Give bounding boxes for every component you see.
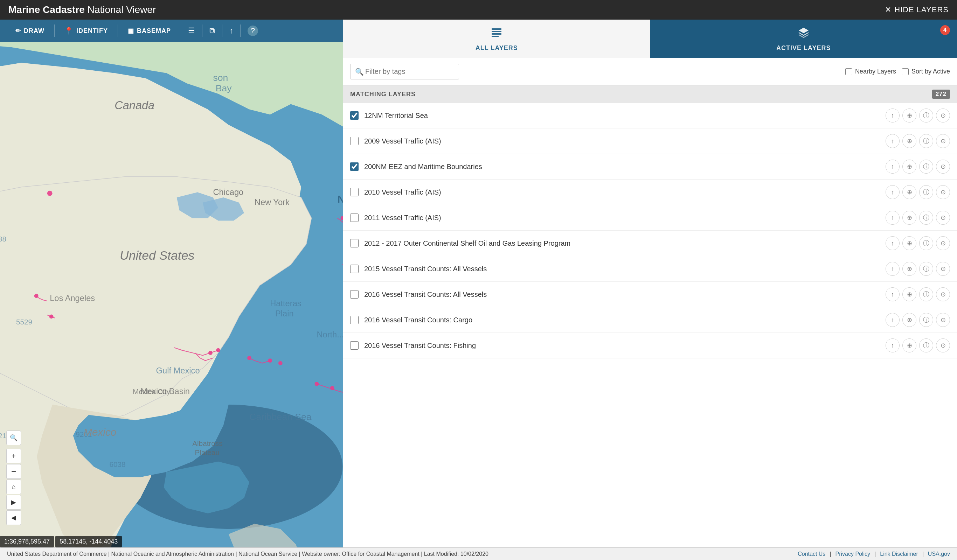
tab-all-layers[interactable]: ALL LAYERS: [343, 20, 650, 58]
layer-globe-button[interactable]: ⊕: [902, 159, 916, 174]
layer-checkbox[interactable]: [350, 290, 358, 298]
layer-upload-button[interactable]: ↑: [886, 313, 900, 327]
layer-upload-button[interactable]: ↑: [886, 236, 900, 250]
layer-checkbox[interactable]: [350, 111, 358, 120]
layers-list[interactable]: 12NM Territorial Sea ↑ ⊕ ⓘ ⊙ 2009 Vessel…: [343, 103, 957, 560]
usa-link[interactable]: USA.gov: [928, 551, 950, 557]
forward-button[interactable]: ▶: [6, 495, 21, 510]
layer-upload-button[interactable]: ↑: [886, 338, 900, 352]
zoom-in-button[interactable]: +: [6, 449, 21, 464]
layer-zoom-button[interactable]: ⊙: [936, 338, 950, 352]
layer-globe-button[interactable]: ⊕: [902, 236, 916, 250]
upload-icon: ↑: [891, 214, 894, 222]
nearby-layers-checkbox[interactable]: [845, 68, 852, 75]
layer-globe-button[interactable]: ⊕: [902, 313, 916, 327]
identify-button[interactable]: 📍 IDENTIFY: [55, 20, 118, 42]
svg-text:Mexico City: Mexico City: [133, 388, 171, 396]
disclaimer-link[interactable]: Link Disclaimer: [880, 551, 918, 557]
sort-by-active-checkbox-wrap[interactable]: Sort by Active: [902, 68, 950, 75]
svg-text:Los Angeles: Los Angeles: [50, 293, 95, 303]
layer-info-button[interactable]: ⓘ: [919, 287, 933, 301]
layer-globe-button[interactable]: ⊕: [902, 287, 916, 301]
search-button[interactable]: 🔍: [6, 431, 21, 445]
layer-upload-button[interactable]: ↑: [886, 109, 900, 123]
help-button[interactable]: ?: [240, 20, 265, 42]
layer-zoom-button[interactable]: ⊙: [936, 287, 950, 301]
filter-bar: 🔍 Nearby Layers Sort by Active: [343, 58, 957, 85]
layer-zoom-button[interactable]: ⊙: [936, 211, 950, 225]
zoom-out-button[interactable]: −: [6, 464, 21, 479]
layer-row: 2010 Vessel Traffic (AIS) ↑ ⊕ ⓘ ⊙: [343, 180, 957, 205]
layer-upload-button[interactable]: ↑: [886, 185, 900, 199]
layer-upload-button[interactable]: ↑: [886, 159, 900, 174]
layer-actions: ↑ ⊕ ⓘ ⊙: [886, 287, 950, 301]
right-panel: ALL LAYERS 4 ACTIVE LAYERS: [343, 20, 957, 560]
layer-zoom-button[interactable]: ⊙: [936, 159, 950, 174]
active-layers-icon: [798, 26, 810, 42]
layer-zoom-button[interactable]: ⊙: [936, 109, 950, 123]
layer-checkbox[interactable]: [350, 213, 358, 222]
layer-zoom-button[interactable]: ⊙: [936, 236, 950, 250]
layer-upload-button[interactable]: ↑: [886, 211, 900, 225]
layer-upload-button[interactable]: ↑: [886, 262, 900, 276]
layer-info-button[interactable]: ⓘ: [919, 159, 933, 174]
layer-zoom-button[interactable]: ⊙: [936, 134, 950, 148]
layer-info-button[interactable]: ⓘ: [919, 109, 933, 123]
header: Marine Cadastre National Viewer ✕ HIDE L…: [0, 0, 957, 20]
privacy-link[interactable]: Privacy Policy: [835, 551, 870, 557]
layer-info-button[interactable]: ⓘ: [919, 134, 933, 148]
nearby-layers-checkbox-wrap[interactable]: Nearby Layers: [845, 68, 896, 75]
layer-zoom-button[interactable]: ⊙: [936, 313, 950, 327]
layer-checkbox[interactable]: [350, 162, 358, 171]
svg-text:NORTH: NORTH: [338, 193, 343, 205]
list-button[interactable]: ☰: [181, 20, 202, 42]
layer-info-button[interactable]: ⓘ: [919, 185, 933, 199]
svg-point-33: [47, 191, 52, 196]
share-button[interactable]: ↑: [223, 20, 240, 42]
layer-globe-button[interactable]: ⊕: [902, 134, 916, 148]
contact-link[interactable]: Contact Us: [798, 551, 825, 557]
layer-info-button[interactable]: ⓘ: [919, 262, 933, 276]
upload-icon: ↑: [891, 240, 894, 247]
layer-upload-button[interactable]: ↑: [886, 134, 900, 148]
layer-info-button[interactable]: ⓘ: [919, 313, 933, 327]
globe-icon: ⊕: [907, 342, 912, 349]
layers-copy-button[interactable]: ⧉: [202, 20, 222, 42]
layer-upload-button[interactable]: ↑: [886, 287, 900, 301]
layer-globe-button[interactable]: ⊕: [902, 109, 916, 123]
layer-zoom-button[interactable]: ⊙: [936, 185, 950, 199]
layer-checkbox[interactable]: [350, 239, 358, 248]
layer-checkbox[interactable]: [350, 341, 358, 350]
footer-text: United States Department of Commerce | N…: [7, 551, 793, 557]
layer-info-button[interactable]: ⓘ: [919, 236, 933, 250]
layer-info-button[interactable]: ⓘ: [919, 211, 933, 225]
layer-globe-button[interactable]: ⊕: [902, 185, 916, 199]
back-button[interactable]: ◀: [6, 510, 21, 525]
layer-globe-button[interactable]: ⊕: [902, 211, 916, 225]
layer-zoom-button[interactable]: ⊙: [936, 262, 950, 276]
layer-info-button[interactable]: ⓘ: [919, 338, 933, 352]
globe-icon: ⊕: [907, 137, 912, 145]
layer-checkbox[interactable]: [350, 188, 358, 196]
all-layers-icon: [490, 26, 503, 42]
sort-by-active-checkbox[interactable]: [902, 68, 909, 75]
upload-icon: ↑: [891, 189, 894, 196]
hide-layers-button[interactable]: ✕ HIDE LAYERS: [885, 5, 949, 14]
layer-globe-button[interactable]: ⊕: [902, 338, 916, 352]
globe-icon: ⊕: [907, 163, 912, 170]
layer-row: 2016 Vessel Transit Counts: Cargo ↑ ⊕ ⓘ …: [343, 307, 957, 333]
tab-active-layers[interactable]: 4 ACTIVE LAYERS: [650, 20, 957, 58]
draw-button[interactable]: ✏ DRAW: [6, 20, 54, 42]
layer-globe-button[interactable]: ⊕: [902, 262, 916, 276]
svg-rect-54: [492, 28, 501, 30]
filter-input[interactable]: [350, 64, 459, 79]
globe-icon: ⊕: [907, 240, 912, 247]
layer-checkbox[interactable]: [350, 137, 358, 145]
map-area[interactable]: PACIFIC OCEAN 6058 8238 1152 9621 5529 6…: [0, 42, 343, 560]
info-icon: ⓘ: [923, 316, 929, 324]
basemap-button[interactable]: ▦ BASEMAP: [118, 20, 181, 42]
home-button[interactable]: ⌂: [6, 480, 21, 494]
layer-checkbox[interactable]: [350, 316, 358, 324]
layer-checkbox[interactable]: [350, 265, 358, 273]
upload-icon: ↑: [891, 316, 894, 324]
